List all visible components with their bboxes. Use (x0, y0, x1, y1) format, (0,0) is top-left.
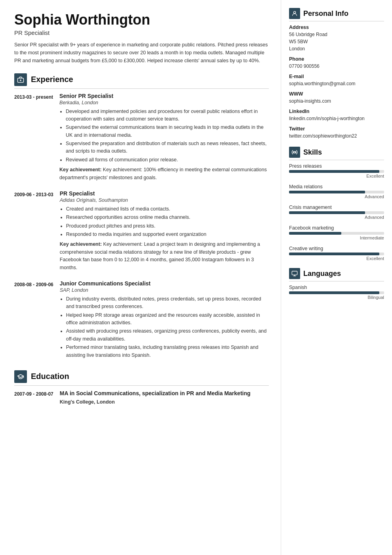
edu-school-1: King's College, London (60, 399, 251, 405)
www-value: sophia-insights.com (289, 98, 384, 105)
edu-dates-1: 2007-09 - 2008-07 (14, 390, 53, 405)
skill-bar-bg-2 (289, 211, 384, 214)
exp-bullet: Reviewed all forms of communication prio… (66, 156, 269, 164)
exp-content-2: PR Specialist Adidas Originals, Southamp… (60, 190, 269, 272)
exp-title-3: Junior Communications Specialist (60, 280, 269, 287)
personal-info-icon (289, 8, 300, 19)
personal-info-section: Personal Info Address 56 Uxbridge RoadW5… (289, 8, 384, 140)
languages-section: Languages Spanish Bilingual (289, 268, 384, 300)
skill-facebook-marketing: Facebook marketing Intermediate (289, 225, 384, 240)
exp-entry-2: 2009-06 - 2013-03 PR Specialist Adidas O… (14, 190, 269, 272)
exp-bullets-3: During industry events, distributed note… (66, 295, 269, 359)
skill-name-3: Facebook marketing (289, 225, 384, 231)
skill-press-releases: Press releases Excellent (289, 163, 384, 178)
experience-icon (14, 73, 27, 86)
exp-bullet: Developed and implemented policies and p… (66, 108, 269, 123)
experience-heading: Experience (31, 75, 73, 84)
skills-header: Skills (289, 147, 384, 160)
lang-name-0: Spanish (289, 285, 384, 290)
linkedin-label: LinkedIn (289, 109, 384, 114)
lang-bar-fill-0 (289, 291, 379, 294)
exp-title-2: PR Specialist (60, 190, 269, 197)
lang-spanish: Spanish Bilingual (289, 285, 384, 300)
linkedin-value: linkedin.com/in/sophia-j-worthington (289, 115, 384, 122)
exp-bullet: Researched opportunities across online m… (66, 214, 269, 221)
education-section-header: Education (14, 370, 269, 386)
skill-bar-fill-4 (289, 253, 379, 255)
exp-achievement-2: Key achievement: Key achievement: Lead a… (60, 241, 269, 272)
languages-icon (289, 268, 300, 279)
exp-bullet: During industry events, distributed note… (66, 295, 269, 311)
skill-media-relations: Media relations Advanced (289, 184, 384, 199)
twitter-block: Twitter twitter.com/sophieworthington22 (289, 126, 384, 140)
skill-level-4: Excellent (289, 256, 384, 261)
skill-bar-fill-1 (289, 191, 365, 193)
skill-name-4: Creative writing (289, 246, 384, 251)
right-column: Personal Info Address 56 Uxbridge RoadW5… (281, 0, 392, 555)
exp-company-3: SAP, London (60, 287, 269, 293)
exp-dates-3: 2008-08 - 2009-06 (14, 280, 53, 362)
edu-entry-1: 2007-09 - 2008-07 MA in Social Communica… (14, 390, 269, 405)
skill-level-1: Advanced (289, 194, 384, 199)
exp-bullet: Produced product pitches and press kits. (66, 222, 269, 230)
experience-section-header: Experience (14, 73, 269, 89)
exp-content-1: Senior PR Specialist Berkadia, London De… (59, 93, 269, 182)
skill-level-2: Advanced (289, 215, 384, 220)
exp-title-1: Senior PR Specialist (59, 93, 269, 99)
skill-bar-fill-0 (289, 170, 379, 173)
education-heading: Education (31, 372, 69, 381)
skill-bar-bg-0 (289, 170, 384, 173)
svg-rect-5 (292, 271, 297, 275)
phone-block: Phone 07700 900556 (289, 56, 384, 70)
lang-level-0: Bilingual (289, 295, 384, 300)
exp-content-3: Junior Communications Specialist SAP, Lo… (60, 280, 269, 362)
exp-bullet: Performed minor translating tasks, inclu… (66, 344, 269, 359)
skill-level-3: Intermediate (289, 235, 384, 240)
candidate-title: PR Specialist (14, 29, 269, 36)
address-value: 56 Uxbridge RoadW5 5BWLondon (289, 31, 384, 52)
skill-bar-bg-3 (289, 232, 384, 235)
personal-info-header: Personal Info (289, 8, 384, 21)
experience-list: 2013-03 - present Senior PR Specialist B… (14, 93, 269, 362)
email-block: E-mail sophia.worthington@gmail.com (289, 74, 384, 87)
skill-name-0: Press releases (289, 163, 384, 169)
email-label: E-mail (289, 74, 384, 79)
languages-header: Languages (289, 268, 384, 281)
exp-bullet: Created and maintained lists of media co… (66, 205, 269, 213)
exp-bullets-1: Developed and implemented policies and p… (66, 108, 269, 164)
twitter-value: twitter.com/sophieworthington22 (289, 132, 384, 140)
education-list: 2007-09 - 2008-07 MA in Social Communica… (14, 390, 269, 405)
education-icon (14, 370, 27, 383)
exp-bullet: Helped keep PR storage areas organized a… (66, 312, 269, 327)
skill-name-1: Media relations (289, 184, 384, 189)
phone-value: 07700 900556 (289, 63, 384, 70)
skill-creative-writing: Creative writing Excellent (289, 246, 384, 261)
edu-degree-1: MA in Social Communications, specializat… (60, 390, 251, 398)
skill-bar-fill-2 (289, 211, 365, 214)
lang-bar-bg-0 (289, 291, 384, 294)
skills-icon (289, 147, 300, 158)
personal-info-heading: Personal Info (303, 10, 348, 18)
skill-bar-bg-1 (289, 191, 384, 193)
email-value: sophia.worthington@gmail.com (289, 80, 384, 87)
exp-dates-1: 2013-03 - present (14, 93, 53, 182)
address-block: Address 56 Uxbridge RoadW5 5BWLondon (289, 25, 384, 52)
exp-bullets-2: Created and maintained lists of media co… (66, 205, 269, 239)
exp-company-1: Berkadia, London (59, 100, 269, 105)
skill-crisis-management: Crisis management Advanced (289, 205, 384, 220)
exp-bullet: Responded to media inquiries and support… (66, 231, 269, 238)
exp-bullet: Supervised the external communications t… (66, 124, 269, 139)
www-block: WWW sophia-insights.com (289, 91, 384, 105)
www-label: WWW (289, 91, 384, 97)
twitter-label: Twitter (289, 126, 384, 132)
exp-dates-2: 2009-06 - 2013-03 (14, 190, 53, 272)
linkedin-block: LinkedIn linkedin.com/in/sophia-j-worthi… (289, 109, 384, 122)
exp-bullet: Assisted with producing press releases, … (66, 327, 269, 343)
candidate-summary: Senior PR specialist with 9+ years of ex… (14, 41, 269, 65)
exp-bullet: Supervised the preparation and distribut… (66, 140, 269, 155)
address-label: Address (289, 25, 384, 30)
languages-heading: Languages (303, 270, 341, 278)
edu-content-1: MA in Social Communications, specializat… (60, 390, 251, 405)
exp-entry-1: 2013-03 - present Senior PR Specialist B… (14, 93, 269, 182)
skill-bar-fill-3 (289, 232, 341, 235)
